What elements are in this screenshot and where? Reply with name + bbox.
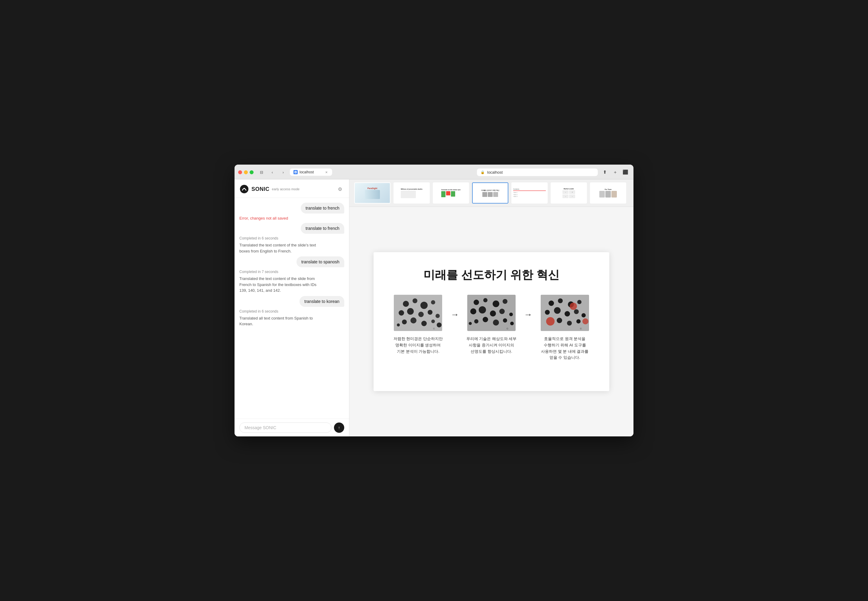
- active-slide: 미래를 선도하기 위한 혁신: [374, 252, 609, 391]
- app-layout: SONIC early access mode ⚙ translate to f…: [235, 179, 633, 436]
- user-message-4: translate to korean: [300, 296, 344, 307]
- svg-point-12: [428, 310, 432, 315]
- svg-point-40: [558, 298, 563, 303]
- svg-point-9: [399, 310, 404, 316]
- step-caption-2: 푸리에 기술은 해상도와 세부 사항을 증가시켜 이미지의 선명도를 향상시킵니…: [465, 336, 518, 355]
- svg-point-49: [570, 303, 577, 310]
- slide-thumbnail-7[interactable]: Our Team: [590, 182, 626, 204]
- system-message-2: Translated the text content of the slide…: [239, 276, 324, 294]
- svg-point-16: [421, 321, 427, 326]
- svg-point-8: [431, 300, 435, 304]
- user-message-1: translate to french: [301, 203, 344, 214]
- svg-point-19: [437, 323, 442, 327]
- system-message-1: Translated the text content of the slide…: [239, 242, 324, 254]
- svg-point-10: [407, 308, 414, 315]
- svg-text:©: ©: [580, 327, 582, 330]
- completion-group-3: Completed in 6 seconds Translated all te…: [239, 309, 344, 327]
- slide-content: © 저렴한 현미경은 단순하지만 명확한 이미지를 생성하여 기본 분석이 가능…: [392, 295, 591, 361]
- slide-thumbnails[interactable]: ParaSight Millions of preventable deaths: [349, 179, 633, 207]
- svg-point-47: [581, 313, 586, 317]
- tab-bar: G localhost ✕: [290, 169, 474, 176]
- chat-area[interactable]: translate to french Error, changes not a…: [235, 198, 349, 419]
- svg-point-25: [503, 299, 507, 304]
- toolbar-share-icon[interactable]: ⬆: [600, 168, 609, 177]
- svg-point-34: [503, 318, 507, 323]
- send-button[interactable]: ↑: [334, 423, 344, 433]
- svg-point-3: [244, 188, 245, 189]
- url-text: localhost: [487, 170, 503, 175]
- slide-thumbnail-2[interactable]: Millions of preventable deaths: [394, 182, 430, 204]
- svg-point-43: [545, 310, 550, 315]
- svg-point-51: [557, 318, 562, 323]
- address-bar[interactable]: 🔒 localhost: [477, 169, 598, 176]
- svg-point-6: [413, 298, 417, 303]
- active-tab[interactable]: G localhost ✕: [290, 169, 332, 176]
- slide-thumbnail-6[interactable]: Market Leader ✓ ✗ ✓ ✓: [551, 182, 587, 204]
- message-input[interactable]: [239, 423, 332, 433]
- svg-point-7: [420, 302, 428, 309]
- svg-point-31: [474, 319, 478, 323]
- browser-window: ⊟ ‹ › G localhost ✕ 🔒 localhost ⬆ ＋ ⬛: [235, 165, 633, 436]
- step-image-3: ©: [541, 295, 589, 331]
- slide-step-1: © 저렴한 현미경은 단순하지만 명확한 이미지를 생성하여 기본 분석이 가능…: [392, 295, 445, 355]
- svg-point-50: [582, 318, 588, 324]
- slide-thumbnail-1[interactable]: ParaSight: [354, 182, 390, 204]
- sidebar: SONIC early access mode ⚙ translate to f…: [235, 179, 349, 436]
- logo-area: SONIC early access mode: [239, 184, 300, 194]
- slide-thumbnail-4[interactable]: 미래를 선도하기 위한 혁신: [472, 182, 508, 204]
- maximize-button[interactable]: [250, 170, 254, 174]
- svg-point-45: [565, 311, 570, 317]
- svg-point-28: [490, 310, 496, 317]
- svg-text:G: G: [295, 171, 296, 173]
- error-message: Error, changes not all saved: [239, 216, 288, 220]
- svg-point-22: [474, 300, 479, 305]
- svg-point-17: [431, 320, 435, 323]
- svg-point-14: [402, 320, 407, 324]
- forward-button[interactable]: ›: [279, 168, 287, 176]
- close-button[interactable]: [238, 170, 242, 174]
- slide-step-2: © 푸리에 기술은 해상도와 세부 사항을 증가시켜 이미지의 선명도를 향상시…: [465, 295, 518, 355]
- completed-label-3: Completed in 6 seconds: [239, 309, 344, 313]
- svg-point-13: [436, 314, 440, 318]
- toolbar-add-tab-icon[interactable]: ＋: [611, 168, 620, 177]
- svg-point-27: [479, 306, 486, 313]
- svg-point-36: [510, 322, 514, 325]
- svg-point-39: [549, 300, 554, 306]
- tab-label: localhost: [300, 170, 314, 174]
- svg-point-5: [403, 301, 409, 307]
- arrow-1: →: [451, 310, 459, 320]
- browser-toolbar: ⬆ ＋ ⬛: [600, 168, 630, 177]
- tab-close-button[interactable]: ✕: [324, 170, 329, 174]
- sidebar-toggle-button[interactable]: ⊟: [257, 168, 266, 176]
- sidebar-header: SONIC early access mode ⚙: [235, 179, 349, 198]
- back-button[interactable]: ‹: [268, 168, 277, 176]
- chat-input-area: ↑: [235, 419, 349, 436]
- traffic-lights: [238, 170, 254, 174]
- slide-step-3: © 효율적으로 원격 분석을 수행하기 위해 AI 도구를 사용하면 몇 분 내…: [538, 295, 591, 361]
- svg-point-48: [546, 317, 555, 326]
- step-caption-1: 저렴한 현미경은 단순하지만 명확한 이미지를 생성하여 기본 분석이 가능합니…: [392, 336, 445, 355]
- step-image-1: ©: [394, 295, 442, 331]
- slide-thumbnail-3[interactable]: Innovate on the status quo: [433, 182, 469, 204]
- step-caption-3: 효율적으로 원격 분석을 수행하기 위해 AI 도구를 사용하면 몇 분 내에 …: [538, 336, 591, 361]
- early-access-badge: early access mode: [272, 187, 300, 191]
- svg-text:©: ©: [433, 327, 435, 330]
- sonic-logo-icon: [239, 184, 249, 194]
- slide-thumbnail-5[interactable]: Contents • Item 1• Item 2• Item 3: [511, 182, 548, 204]
- svg-point-23: [483, 298, 487, 302]
- completion-group-1: Completed in 6 seconds Translated the te…: [239, 236, 344, 254]
- svg-point-15: [410, 317, 416, 323]
- lock-icon: 🔒: [481, 170, 485, 174]
- svg-point-29: [499, 309, 505, 314]
- user-message-3: translate to spanosh: [296, 256, 344, 267]
- svg-point-11: [418, 312, 424, 317]
- svg-point-33: [493, 320, 499, 326]
- system-message-3: Translated all text content from Spanish…: [239, 315, 324, 327]
- toolbar-tabs-icon[interactable]: ⬛: [621, 168, 630, 177]
- minimize-button[interactable]: [244, 170, 248, 174]
- completion-group-2: Completed in 7 seconds Translated the te…: [239, 270, 344, 294]
- slide-title: 미래를 선도하기 위한 혁신: [392, 267, 591, 283]
- browser-chrome: ⊟ ‹ › G localhost ✕ 🔒 localhost ⬆ ＋ ⬛: [235, 165, 633, 179]
- settings-button[interactable]: ⚙: [336, 185, 344, 193]
- svg-point-53: [576, 319, 581, 323]
